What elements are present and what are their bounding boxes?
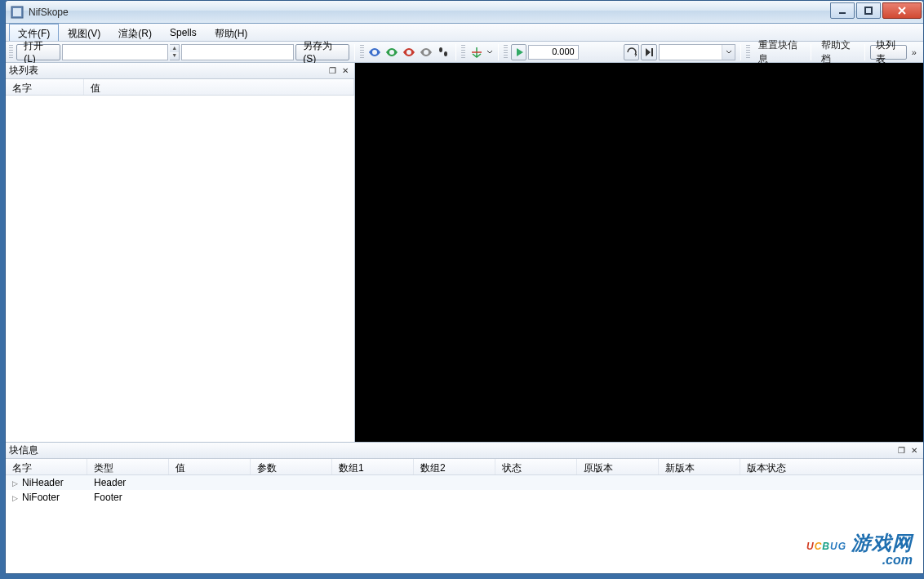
toolbar-separator xyxy=(864,44,865,60)
block-list-panel: 块列表 ❐ ✕ 名字 值 xyxy=(6,63,355,442)
row-name: NiHeader xyxy=(22,477,64,488)
middle-area: 块列表 ❐ ✕ 名字 值 xyxy=(6,63,923,443)
animation-select[interactable] xyxy=(659,44,736,60)
open-button[interactable]: 打开 (L) xyxy=(16,44,60,60)
play-button[interactable] xyxy=(511,44,526,60)
toolbar-separator xyxy=(455,44,456,60)
saveas-button[interactable]: 另存为 (S) xyxy=(295,44,349,60)
maximize-button[interactable] xyxy=(856,2,881,19)
path-spinner[interactable]: ▲▼ xyxy=(170,44,180,60)
svg-rect-2 xyxy=(839,12,846,14)
axis-tool-icon[interactable] xyxy=(469,44,484,60)
titlebar: NifSkope xyxy=(6,1,923,24)
toolbar-grip-icon xyxy=(9,45,13,60)
svg-rect-3 xyxy=(865,7,872,14)
gcol-newver[interactable]: 新版本 xyxy=(659,459,740,474)
loop-button[interactable] xyxy=(624,44,639,60)
reset-block-info-link[interactable]: 重置块信息 xyxy=(753,38,805,66)
app-window: NifSkope 文件(F) 视图(V) 渲染(R) Spells 帮助(H) … xyxy=(5,0,924,574)
block-list-title: 块列表 xyxy=(9,64,325,78)
menu-help[interactable]: 帮助(H) xyxy=(206,24,257,41)
block-info-title: 块信息 xyxy=(9,443,894,457)
toolbar-grip-icon xyxy=(504,45,508,60)
undock-icon[interactable]: ❐ xyxy=(327,65,338,77)
menu-render[interactable]: 渲染(R) xyxy=(109,24,161,41)
svg-point-5 xyxy=(444,51,447,56)
row-type: Header xyxy=(87,477,169,488)
toolbar-separator xyxy=(354,44,355,60)
row-name: NiFooter xyxy=(22,492,60,503)
gcol-status[interactable]: 状态 xyxy=(495,459,577,474)
col-name[interactable]: 名字 xyxy=(6,79,84,95)
block-list-button[interactable]: 块列表 xyxy=(870,45,907,60)
toolbar: 打开 (L) ▲▼ 另存为 (S) 0.000 重置块信息 帮助文档 xyxy=(6,42,923,63)
view-mode-2-icon[interactable] xyxy=(384,44,400,60)
window-controls xyxy=(828,2,922,19)
footsteps-icon[interactable] xyxy=(435,44,451,60)
expand-icon[interactable]: ▷ xyxy=(12,479,20,488)
toolbar-separator xyxy=(740,44,741,60)
close-panel-icon[interactable]: ✕ xyxy=(340,65,351,77)
help-doc-link[interactable]: 帮助文档 xyxy=(816,38,860,66)
toolbar-grip-icon xyxy=(461,45,465,60)
expand-icon[interactable]: ▷ xyxy=(12,494,20,502)
block-info-header: 块信息 ❐ ✕ xyxy=(6,443,923,459)
view-mode-4-icon[interactable] xyxy=(419,44,434,60)
open-button-label: 打开 (L) xyxy=(24,39,53,65)
window-title: NifSkope xyxy=(29,7,828,18)
app-icon xyxy=(11,6,24,19)
gcol-arr1[interactable]: 数组1 xyxy=(332,459,414,474)
toolbar-separator xyxy=(811,44,811,60)
toolbar-grip-icon xyxy=(360,45,364,60)
axis-dropdown-icon[interactable] xyxy=(486,49,493,56)
gcol-arr2[interactable]: 数组2 xyxy=(414,459,495,474)
skip-button[interactable] xyxy=(641,44,656,60)
table-row[interactable]: ▷NiHeader Header xyxy=(6,475,923,490)
gcol-value[interactable]: 值 xyxy=(169,459,251,474)
close-panel-icon[interactable]: ✕ xyxy=(908,445,920,457)
gcol-verstatus[interactable]: 版本状态 xyxy=(740,459,923,474)
toolbar-separator xyxy=(498,44,499,60)
secondary-input[interactable] xyxy=(181,44,294,60)
saveas-button-label: 另存为 (S) xyxy=(303,39,341,65)
viewport-3d[interactable] xyxy=(355,63,923,442)
path-input[interactable] xyxy=(62,44,168,60)
block-info-panel: 块信息 ❐ ✕ 名字 类型 值 参数 数组1 数组2 状态 原版本 新版本 版本… xyxy=(6,443,923,573)
menu-spells[interactable]: Spells xyxy=(161,24,206,41)
minimize-button[interactable] xyxy=(830,2,855,19)
block-info-body[interactable]: ▷NiHeader Header ▷NiFooter Footer xyxy=(6,475,923,573)
gcol-name[interactable]: 名字 xyxy=(6,459,87,474)
menu-file[interactable]: 文件(F) xyxy=(9,24,59,41)
block-list-columns: 名字 值 xyxy=(6,79,354,96)
gcol-param[interactable]: 参数 xyxy=(251,459,332,474)
toolbar-grip-icon xyxy=(746,45,750,60)
time-display[interactable]: 0.000 xyxy=(528,45,578,60)
gcol-type[interactable]: 类型 xyxy=(87,459,169,474)
row-type: Footer xyxy=(87,492,169,503)
gcol-origver[interactable]: 原版本 xyxy=(577,459,659,474)
view-mode-1-icon[interactable] xyxy=(367,44,383,60)
chevron-down-icon xyxy=(722,45,735,60)
block-list-button-label: 块列表 xyxy=(876,38,901,66)
menu-view[interactable]: 视图(V) xyxy=(59,24,109,41)
close-button[interactable] xyxy=(882,2,922,19)
block-info-columns: 名字 类型 值 参数 数组1 数组2 状态 原版本 新版本 版本状态 xyxy=(6,459,923,475)
undock-icon[interactable]: ❐ xyxy=(895,445,907,457)
svg-rect-1 xyxy=(13,8,21,16)
svg-point-4 xyxy=(439,47,442,52)
block-list-body[interactable] xyxy=(6,96,354,442)
table-row[interactable]: ▷NiFooter Footer xyxy=(6,490,923,505)
view-mode-3-icon[interactable] xyxy=(402,44,417,60)
block-list-header: 块列表 ❐ ✕ xyxy=(6,63,354,79)
toolbar-overflow-icon[interactable]: » xyxy=(908,47,920,57)
col-value[interactable]: 值 xyxy=(84,79,354,95)
